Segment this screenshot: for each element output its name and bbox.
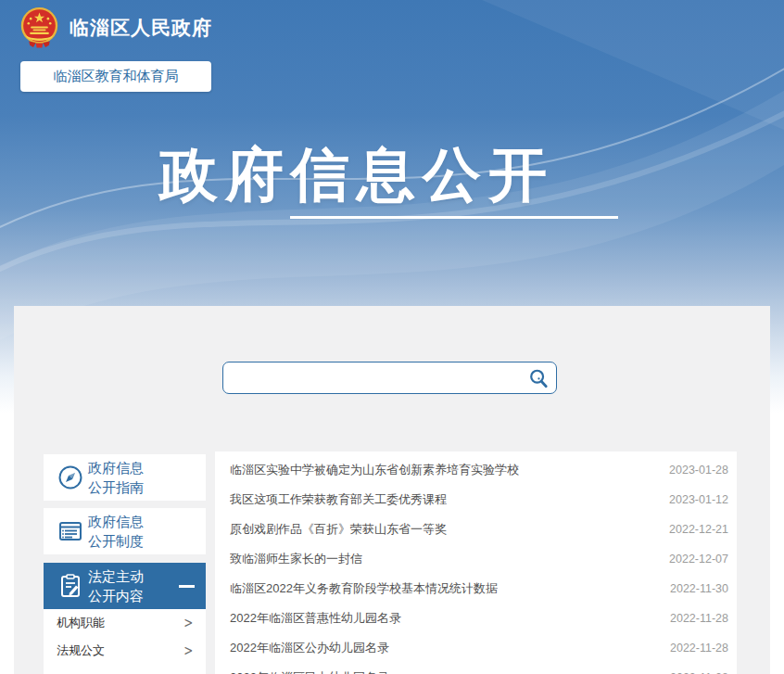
sidebar: 政府信息 公开指南 — [44, 454, 206, 674]
news-item[interactable]: 2022年临淄区公办幼儿园名录 2022-11-28 — [215, 633, 737, 663]
submenu-item-org-functions[interactable]: 机构职能 > — [44, 609, 206, 637]
clipboard-pencil-icon — [53, 573, 88, 599]
news-item-date: 2023-01-12 — [669, 493, 728, 506]
header-brand-link[interactable]: 临淄区人民政府 — [19, 6, 212, 48]
national-emblem-icon — [19, 6, 60, 48]
search-icon — [528, 368, 549, 388]
news-item-title[interactable]: 致临淄师生家长的一封信 — [230, 551, 362, 567]
news-item-title[interactable]: 2022年临淄区民办幼儿园名录 — [230, 669, 389, 674]
news-item-title[interactable]: 临淄区2022年义务教育阶段学校基本情况统计数据 — [230, 580, 498, 597]
submenu-item-regulations[interactable]: 法规公文 > — [44, 637, 206, 665]
chevron-right-icon: > — [184, 615, 194, 631]
search-box — [222, 362, 557, 394]
news-item-date: 2022-11-30 — [670, 582, 728, 595]
department-badge-link[interactable]: 临淄区教育和体育局 — [20, 61, 211, 92]
news-item[interactable]: 临淄区实验中学被确定为山东省创新素养培育实验学校 2023-01-28 — [215, 455, 737, 485]
news-item-title[interactable]: 2022年临淄区公办幼儿园名录 — [230, 640, 389, 656]
search-button[interactable] — [521, 362, 556, 393]
sidebar-item-label: 政府信息 公开制度 — [88, 512, 144, 551]
chevron-right-icon: > — [184, 642, 194, 659]
minus-icon — [179, 585, 195, 588]
sidebar-item-statutory-disclosure[interactable]: 法定主动 公开内容 — [44, 563, 206, 609]
news-item[interactable]: 致临淄师生家长的一封信 2022-12-07 — [215, 544, 737, 574]
document-list-icon — [53, 518, 88, 544]
news-item-title[interactable]: 我区这项工作荣获教育部关工委优秀课程 — [230, 491, 447, 508]
sidebar-item-guide[interactable]: 政府信息 公开指南 — [44, 454, 206, 501]
content-container: 政府信息 公开指南 — [14, 306, 770, 674]
news-item[interactable]: 2022年临淄区普惠性幼儿园名录 2022-11-28 — [215, 604, 737, 633]
news-item[interactable]: 临淄区2022年义务教育阶段学校基本情况统计数据 2022-11-30 — [215, 574, 737, 604]
page: 临淄区人民政府 临淄区教育和体育局 政府信息公开 — [0, 0, 784, 674]
news-item[interactable]: 原创戏剧作品《百折》荣获山东省一等奖 2022-12-21 — [215, 515, 737, 544]
news-item-date: 2022-12-21 — [669, 523, 728, 536]
news-item-date: 2022-12-07 — [669, 553, 728, 566]
news-item-date: 2023-01-28 — [669, 464, 728, 477]
news-list: 临淄区实验中学被确定为山东省创新素养培育实验学校 2023-01-28 我区这项… — [215, 451, 737, 674]
news-item-title[interactable]: 2022年临淄区普惠性幼儿园名录 — [230, 610, 401, 627]
sidebar-item-label: 政府信息 公开指南 — [88, 458, 144, 497]
compass-icon — [53, 464, 88, 490]
sidebar-submenu: 机构职能 > 法规公文 > — [44, 609, 206, 674]
sidebar-item-system[interactable]: 政府信息 公开制度 — [44, 508, 206, 554]
news-item-title[interactable]: 原创戏剧作品《百折》荣获山东省一等奖 — [230, 521, 447, 538]
page-title: 政府信息公开 — [159, 135, 554, 215]
news-item-title[interactable]: 临淄区实验中学被确定为山东省创新素养培育实验学校 — [230, 462, 519, 478]
news-item[interactable]: 2022年临淄区民办幼儿园名录 2022-11-28 — [215, 663, 737, 674]
sidebar-item-label: 法定主动 公开内容 — [88, 566, 144, 605]
site-name: 临淄区人民政府 — [70, 15, 212, 41]
search-input[interactable] — [223, 362, 521, 393]
news-item-date: 2022-11-28 — [670, 642, 728, 655]
news-item-date: 2022-11-28 — [670, 612, 728, 625]
title-underline-decoration — [290, 216, 618, 219]
news-item[interactable]: 我区这项工作荣获教育部关工委优秀课程 2023-01-12 — [215, 485, 737, 515]
